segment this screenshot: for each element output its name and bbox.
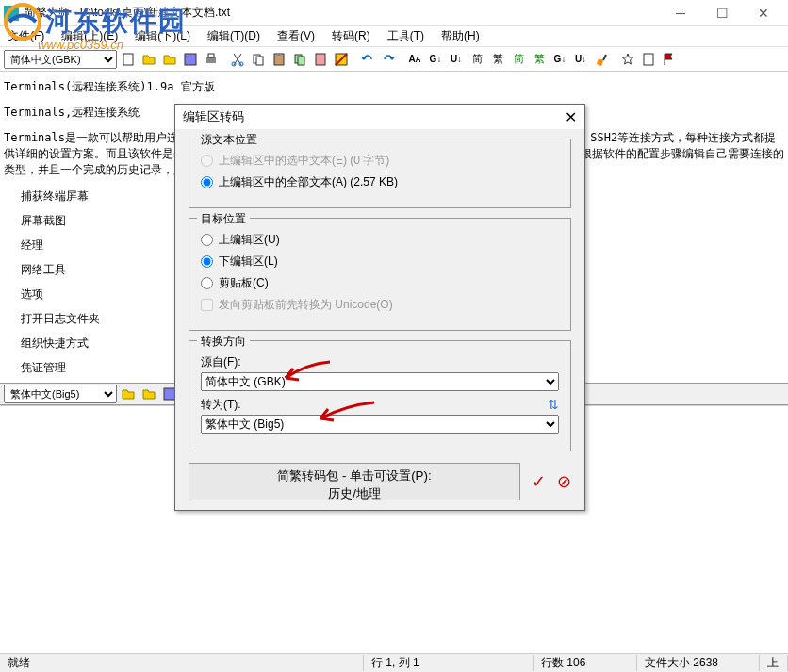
- radio-label: 下编辑区(L): [219, 254, 278, 270]
- undo-icon[interactable]: [358, 50, 377, 69]
- menu-file[interactable]: 文件(F): [4, 26, 48, 46]
- open-icon[interactable]: [140, 50, 158, 69]
- fieldset-legend: 转换方向: [197, 334, 250, 350]
- convert-dialog: 编辑区转码 ✕ 源文本位置 上编辑区中的选中文本(E) (0 字节) 上编辑区中…: [174, 104, 585, 511]
- source-selected-radio: [201, 155, 213, 167]
- u-down2-icon[interactable]: U↓: [571, 50, 590, 69]
- swap-icon[interactable]: ⇅: [548, 397, 559, 412]
- status-filesize: 文件大小 2638: [637, 655, 760, 671]
- menu-tools[interactable]: 工具(T): [384, 26, 428, 46]
- from-label: 源自(F):: [201, 354, 241, 370]
- fan-icon[interactable]: 繁: [488, 50, 507, 69]
- svg-rect-10: [276, 53, 282, 56]
- status-bar: 就绪 行 1, 列 1 行数 106 文件大小 2638 上: [0, 653, 788, 672]
- paste-icon[interactable]: [270, 50, 288, 69]
- status-mode: 上: [760, 655, 788, 671]
- dialog-title: 编辑区转码: [183, 108, 244, 125]
- fan2-icon[interactable]: 繁: [530, 50, 549, 69]
- target-fieldset: 目标位置 上编辑区(U) 下编辑区(L) 剪贴板(C) 发向剪贴板前先转换为 U…: [189, 218, 571, 331]
- svg-rect-3: [206, 57, 216, 63]
- encoding-select-lower[interactable]: 繁体中文(Big5): [4, 385, 117, 403]
- copy-icon[interactable]: [249, 50, 268, 69]
- checkbox-label: 发向剪贴板前先转换为 Unicode(O): [219, 297, 393, 313]
- menu-bar: 文件(F) 编辑(上)(E) 编辑(下)(L) 编辑(T)(D) 查看(V) 转…: [0, 26, 788, 47]
- u-down-icon[interactable]: U↓: [447, 50, 466, 69]
- menu-edit-t[interactable]: 编辑(T)(D): [204, 26, 264, 46]
- target-lower-radio[interactable]: [201, 255, 213, 268]
- menu-help[interactable]: 帮助(H): [437, 26, 484, 46]
- fieldset-legend: 源文本位置: [197, 132, 261, 148]
- status-lines: 行数 106: [534, 655, 637, 671]
- copy2-icon[interactable]: [290, 50, 309, 69]
- settings-button[interactable]: 简繁转码包 - 单击可设置(P): 历史/地理: [189, 463, 520, 500]
- close-button[interactable]: ✕: [743, 0, 784, 26]
- window-title: 简繁大师 - D:\tools\桌面\新建文本文档.txt: [25, 5, 660, 21]
- flag-icon[interactable]: [660, 50, 679, 69]
- open2-icon[interactable]: [160, 50, 179, 69]
- close-icon[interactable]: ✕: [565, 108, 577, 126]
- svg-point-6: [239, 62, 243, 66]
- menu-view[interactable]: 查看(V): [273, 26, 319, 46]
- app-icon: [4, 6, 19, 21]
- source-all-radio[interactable]: [201, 176, 213, 188]
- aa-icon[interactable]: AA: [405, 50, 424, 69]
- new2-icon[interactable]: [639, 50, 658, 69]
- to-encoding-select[interactable]: 繁体中文 (Big5): [201, 415, 559, 434]
- svg-rect-1: [123, 54, 133, 65]
- print-icon[interactable]: [202, 50, 221, 69]
- maximize-button[interactable]: ☐: [701, 0, 743, 26]
- source-fieldset: 源文本位置 上编辑区中的选中文本(E) (0 字节) 上编辑区中的全部文本(A)…: [189, 139, 571, 208]
- text-line: Terminals(远程连接系统)1.9a 官方版: [4, 79, 784, 95]
- minimize-button[interactable]: ─: [660, 0, 701, 26]
- cut-icon[interactable]: [228, 50, 247, 69]
- fieldset-legend: 目标位置: [197, 211, 250, 227]
- radio-label: 上编辑区中的选中文本(E) (0 字节): [219, 153, 389, 169]
- paste2-icon[interactable]: [311, 50, 330, 69]
- convert-icon[interactable]: [332, 50, 351, 69]
- brush-icon[interactable]: [592, 50, 611, 69]
- open-icon[interactable]: [119, 385, 138, 403]
- svg-rect-2: [185, 54, 196, 65]
- save-icon[interactable]: [181, 50, 200, 69]
- star-icon[interactable]: [618, 50, 637, 69]
- cancel-icon[interactable]: ⊘: [557, 471, 571, 492]
- jian-icon[interactable]: 简: [468, 50, 486, 69]
- radio-label: 剪贴板(C): [219, 275, 269, 291]
- menu-edit-lower[interactable]: 编辑(下)(L): [131, 26, 194, 46]
- direction-fieldset: 转换方向 源自(F): 简体中文 (GBK) 转为(T): ⇅ 繁体中文 (Bi…: [189, 340, 571, 451]
- menu-edit-upper[interactable]: 编辑(上)(E): [57, 26, 122, 46]
- target-clipboard-radio[interactable]: [201, 277, 213, 289]
- svg-rect-12: [298, 57, 304, 65]
- from-encoding-select[interactable]: 简体中文 (GBK): [201, 372, 559, 391]
- g-down-icon[interactable]: G↓: [426, 50, 445, 69]
- jian2-icon[interactable]: 简: [509, 50, 528, 69]
- redo-icon[interactable]: [379, 50, 398, 69]
- radio-label: 上编辑区中的全部文本(A) (2.57 KB): [219, 174, 398, 190]
- status-ready: 就绪: [0, 655, 364, 671]
- unicode-checkbox: [201, 299, 213, 311]
- new-icon[interactable]: [119, 50, 138, 69]
- status-position: 行 1, 列 1: [364, 655, 534, 671]
- svg-rect-16: [644, 54, 653, 65]
- target-upper-radio[interactable]: [201, 234, 213, 246]
- svg-rect-8: [256, 57, 263, 65]
- ok-icon[interactable]: ✓: [532, 471, 546, 492]
- svg-rect-13: [316, 54, 325, 65]
- to-label: 转为(T):: [201, 397, 241, 413]
- svg-point-5: [232, 62, 236, 66]
- svg-rect-4: [208, 54, 214, 57]
- encoding-select[interactable]: 简体中文(GBK): [4, 50, 117, 69]
- menu-convert[interactable]: 转码(R): [328, 26, 374, 46]
- radio-label: 上编辑区(U): [219, 232, 280, 248]
- g-down2-icon[interactable]: G↓: [550, 50, 569, 69]
- open2-icon[interactable]: [140, 385, 158, 403]
- toolbar: 简体中文(GBK) AA G↓ U↓ 简 繁 简 繁 G↓ U↓: [0, 47, 788, 72]
